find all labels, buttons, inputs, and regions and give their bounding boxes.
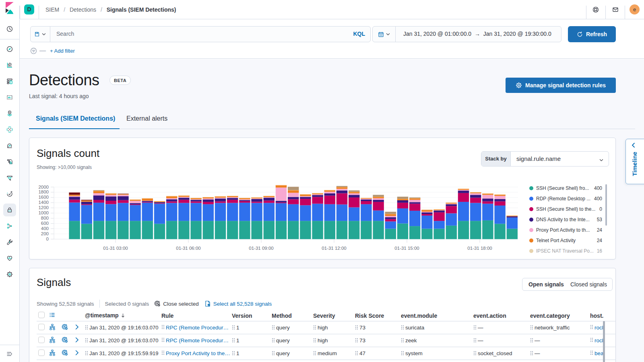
svg-text:1400: 1400 xyxy=(38,200,49,205)
svg-text:2000: 2000 xyxy=(38,185,49,189)
svg-text:01-31 15:00: 01-31 15:00 xyxy=(394,246,419,251)
svg-text:1200: 1200 xyxy=(38,205,49,210)
svg-text:01-31 12:00: 01-31 12:00 xyxy=(322,246,346,251)
svg-text:1000: 1000 xyxy=(38,210,49,215)
svg-text:400: 400 xyxy=(41,226,49,231)
svg-text:01-31 03:00: 01-31 03:00 xyxy=(103,246,128,251)
svg-text:600: 600 xyxy=(41,221,49,226)
svg-text:01-31 09:00: 01-31 09:00 xyxy=(249,246,273,251)
svg-text:200: 200 xyxy=(41,231,49,236)
svg-text:01-31 06:00: 01-31 06:00 xyxy=(176,246,200,251)
svg-text:1600: 1600 xyxy=(38,195,49,200)
svg-text:0: 0 xyxy=(46,237,49,241)
svg-text:1800: 1800 xyxy=(38,189,49,194)
svg-text:01-31 18:00: 01-31 18:00 xyxy=(467,246,492,251)
svg-text:800: 800 xyxy=(41,216,49,220)
